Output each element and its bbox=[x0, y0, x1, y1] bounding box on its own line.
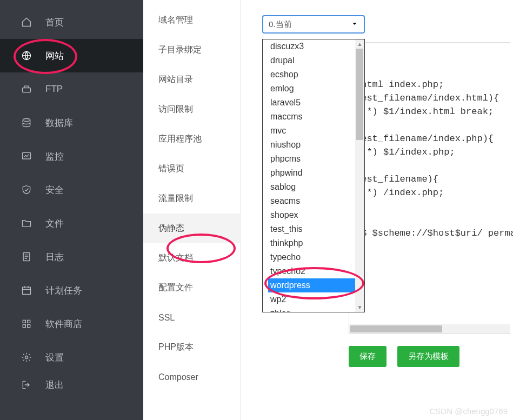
select-option-wp2[interactable]: wp2 bbox=[268, 292, 355, 306]
sidebar-item-logs[interactable]: 日志 bbox=[0, 240, 143, 274]
sidebar-item-label: FTP bbox=[45, 84, 63, 95]
shield-icon bbox=[21, 184, 32, 196]
settings-item-config[interactable]: 配置文件 bbox=[143, 273, 240, 303]
select-option-ecshop[interactable]: ecshop bbox=[268, 68, 355, 82]
horizontal-scrollbar[interactable] bbox=[349, 324, 510, 334]
settings-item-ssl[interactable]: SSL bbox=[143, 303, 240, 332]
monitor-icon bbox=[21, 150, 32, 162]
select-option-maccms[interactable]: maccms bbox=[268, 110, 355, 124]
svg-rect-1 bbox=[23, 88, 31, 92]
sidebar-item-label: 退出 bbox=[45, 379, 64, 391]
select-option-typecho2[interactable]: typecho2 bbox=[268, 264, 355, 278]
svg-rect-6 bbox=[23, 320, 25, 323]
action-buttons: 保存 另存为模板 bbox=[349, 346, 459, 367]
select-option-test_this[interactable]: test_this bbox=[268, 222, 355, 236]
select-option-seacms[interactable]: seacms bbox=[268, 194, 355, 208]
calendar-icon bbox=[21, 284, 32, 296]
sidebar-item-label: 监控 bbox=[45, 150, 64, 163]
select-option-wordpress[interactable]: wordpress bbox=[268, 278, 355, 292]
gear-icon bbox=[21, 351, 32, 363]
sidebar-item-label: 数据库 bbox=[45, 117, 73, 129]
sidebar-item-label: 设置 bbox=[45, 351, 64, 364]
ftp-icon bbox=[21, 83, 32, 95]
main-panel: .html index.php; uest_filename/index.htm… bbox=[241, 0, 513, 420]
chevron-down-icon bbox=[351, 20, 358, 29]
settings-item-sitedir[interactable]: 网站目录 bbox=[143, 65, 240, 95]
svg-rect-5 bbox=[23, 287, 31, 294]
svg-rect-9 bbox=[28, 325, 30, 328]
sidebar-item-label: 软件商店 bbox=[45, 318, 82, 330]
settings-item-traffic[interactable]: 流量限制 bbox=[143, 184, 240, 214]
log-icon bbox=[21, 251, 32, 263]
home-icon bbox=[21, 16, 32, 28]
select-option-zblog[interactable]: zblog bbox=[268, 306, 355, 312]
settings-item-phpver[interactable]: PHP版本 bbox=[143, 332, 240, 362]
settings-item-apppool[interactable]: 应用程序池 bbox=[143, 124, 240, 154]
sidebar-item-files[interactable]: 文件 bbox=[0, 206, 143, 240]
sidebar-item-label: 安全 bbox=[45, 184, 64, 196]
select-option-laravel5[interactable]: laravel5 bbox=[268, 96, 355, 110]
sidebar-item-home[interactable]: 首页 bbox=[0, 5, 143, 39]
settings-item-rewrite[interactable]: 伪静态 bbox=[143, 214, 240, 243]
select-option-phpwind[interactable]: phpwind bbox=[268, 166, 355, 180]
scroll-up-arrow[interactable]: ▲ bbox=[355, 39, 364, 49]
settings-item-domain[interactable]: 域名管理 bbox=[143, 5, 240, 35]
select-dropdown[interactable]: discuzx3drupalecshopemloglaravel5maccmsm… bbox=[262, 39, 365, 312]
sidebar-item-label: 文件 bbox=[45, 217, 64, 230]
settings-item-access[interactable]: 访问限制 bbox=[143, 95, 240, 124]
globe-icon bbox=[21, 50, 32, 62]
svg-rect-8 bbox=[23, 325, 25, 328]
scroll-down-arrow[interactable]: ▼ bbox=[355, 303, 364, 312]
select-current[interactable]: 0.当前 bbox=[262, 15, 365, 34]
sidebar-item-label: 日志 bbox=[45, 251, 64, 263]
sidebar-item-label: 首页 bbox=[45, 16, 64, 29]
sidebar-item-appstore[interactable]: 软件商店 bbox=[0, 307, 143, 341]
save-as-template-button[interactable]: 另存为模板 bbox=[397, 346, 459, 367]
sidebar-item-security[interactable]: 安全 bbox=[0, 173, 143, 206]
folder-icon bbox=[21, 217, 32, 229]
select-current-label: 0.当前 bbox=[269, 19, 292, 30]
settings-item-defaultdoc[interactable]: 默认文档 bbox=[143, 243, 240, 273]
settings-item-errorpage[interactable]: 错误页 bbox=[143, 154, 240, 184]
database-icon bbox=[21, 117, 32, 129]
sidebar-item-ftp[interactable]: FTP bbox=[0, 72, 143, 106]
select-option-drupal[interactable]: drupal bbox=[268, 54, 355, 68]
scrollbar-thumb[interactable] bbox=[356, 49, 363, 140]
watermark: CSDN @chengg0769 bbox=[430, 406, 508, 416]
sidebar-item-monitor[interactable]: 监控 bbox=[0, 139, 143, 173]
sidebar-item-database[interactable]: 数据库 bbox=[0, 106, 143, 139]
exit-icon bbox=[21, 379, 32, 391]
main-sidebar: 首页 网站 FTP 数据库 监控 安全 文件 bbox=[0, 0, 143, 420]
select-option-mvc[interactable]: mvc bbox=[268, 124, 355, 138]
sidebar-item-settings[interactable]: 设置 bbox=[0, 341, 143, 374]
dropdown-scrollbar[interactable]: ▲ ▼ bbox=[355, 39, 364, 312]
settings-item-subdir[interactable]: 子目录绑定 bbox=[143, 35, 240, 65]
select-option-emlog[interactable]: emlog bbox=[268, 82, 355, 96]
sidebar-item-label: 计划任务 bbox=[45, 284, 82, 297]
svg-point-2 bbox=[23, 119, 30, 122]
svg-rect-7 bbox=[28, 320, 30, 323]
select-option-niushop[interactable]: niushop bbox=[268, 138, 355, 152]
settings-item-composer[interactable]: Composer bbox=[143, 362, 240, 392]
select-option-shopex[interactable]: shopex bbox=[268, 208, 355, 222]
save-button[interactable]: 保存 bbox=[349, 346, 387, 367]
select-option-discuzx3[interactable]: discuzx3 bbox=[268, 39, 355, 54]
apps-icon bbox=[21, 318, 32, 330]
sidebar-item-cron[interactable]: 计划任务 bbox=[0, 274, 143, 307]
sidebar-item-label: 网站 bbox=[45, 50, 64, 62]
code-editor[interactable]: .html index.php; uest_filename/index.htm… bbox=[349, 42, 510, 334]
svg-point-10 bbox=[25, 356, 28, 359]
select-option-sablog[interactable]: sablog bbox=[268, 180, 355, 194]
sidebar-item-exit[interactable]: 退出 bbox=[0, 374, 143, 396]
select-option-typecho[interactable]: typecho bbox=[268, 250, 355, 264]
scrollbar-thumb[interactable] bbox=[350, 325, 442, 332]
sidebar-item-website[interactable]: 网站 bbox=[0, 39, 143, 72]
settings-list: 域名管理 子目录绑定 网站目录 访问限制 应用程序池 错误页 流量限制 伪静态 … bbox=[143, 0, 241, 420]
select-option-phpcms[interactable]: phpcms bbox=[268, 152, 355, 166]
code-text: .html index.php; uest_filename/index.htm… bbox=[349, 43, 510, 240]
select-options: discuzx3drupalecshopemloglaravel5maccmsm… bbox=[268, 39, 355, 312]
rewrite-template-selector: 0.当前 discuzx3drupalecshopemloglaravel5ma… bbox=[262, 15, 502, 34]
select-option-thinkphp[interactable]: thinkphp bbox=[268, 236, 355, 250]
